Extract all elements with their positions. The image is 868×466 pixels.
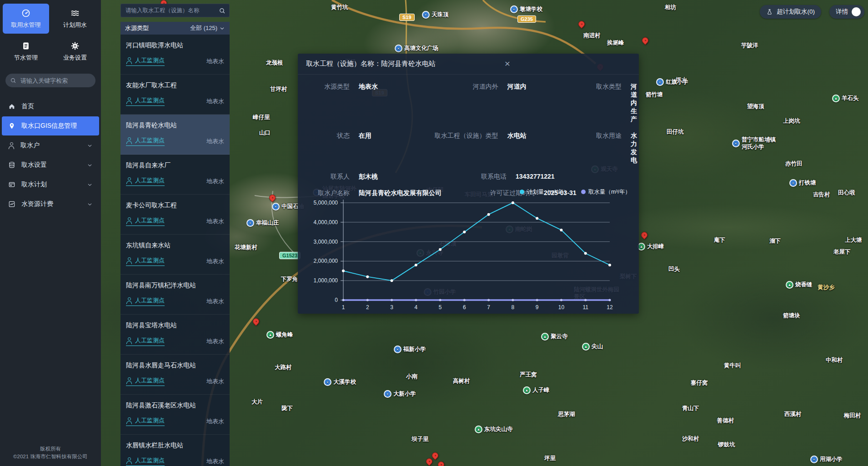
map-poi-place-icon[interactable]: ▪ bbox=[394, 346, 401, 353]
map-label: 甘坪村 bbox=[270, 85, 287, 93]
station-list-item[interactable]: 水唇镇水栏肚水电站 人工监测点 地表水 bbox=[120, 435, 230, 466]
map-poi-place-icon[interactable]: ▪ bbox=[656, 78, 664, 86]
station-search-input[interactable] bbox=[125, 7, 219, 14]
map-poi-nature-icon[interactable]: ▲ bbox=[582, 343, 590, 351]
field-value: 在用 bbox=[359, 132, 371, 140]
map-poi-nature-icon[interactable]: ▲ bbox=[832, 95, 840, 102]
map-poi-nature-icon[interactable]: ▲ bbox=[523, 386, 531, 394]
map-poi-place-icon[interactable]: ▪ bbox=[510, 5, 518, 13]
sidebar-item-home[interactable]: 首页 bbox=[2, 97, 99, 116]
station-monitor-link[interactable]: 人工监测点 bbox=[126, 456, 165, 466]
legend-item-plan[interactable]: 计划量（m³/年） bbox=[520, 188, 569, 196]
monitor-type-label: 人工监测点 bbox=[135, 96, 165, 105]
station-monitor-link[interactable]: 人工监测点 bbox=[126, 256, 165, 266]
station-monitor-link[interactable]: 人工监测点 bbox=[126, 56, 165, 66]
map-poi-place-icon[interactable]: ▪ bbox=[732, 140, 740, 147]
station-monitor-link[interactable]: 人工监测点 bbox=[126, 296, 165, 306]
map-pin-red[interactable] bbox=[640, 230, 649, 240]
map-poi-place-icon[interactable]: ▪ bbox=[324, 378, 331, 386]
station-monitor-link[interactable]: 人工监测点 bbox=[126, 376, 165, 386]
map-poi-place-icon[interactable]: ▪ bbox=[272, 203, 280, 210]
map-pin-red[interactable] bbox=[431, 451, 440, 460]
app-tile-business-settings[interactable]: 业务设置 bbox=[52, 36, 98, 66]
monitor-type-label: 人工监测点 bbox=[135, 136, 165, 145]
map-label: 高树村 bbox=[453, 377, 470, 385]
map-poi-nature-icon[interactable]: ▲ bbox=[786, 281, 793, 289]
station-list-item[interactable]: 陆河县自来水厂 人工监测点 地表水 bbox=[120, 155, 230, 195]
database-icon bbox=[8, 161, 15, 169]
svg-text:9: 9 bbox=[536, 304, 539, 311]
station-monitor-link[interactable]: 人工监测点 bbox=[126, 136, 165, 146]
map-label: G235 bbox=[517, 15, 536, 23]
sidebar-search-input[interactable] bbox=[20, 77, 101, 85]
map-poi-place-icon[interactable]: ▪ bbox=[422, 11, 430, 19]
map-pin-red[interactable] bbox=[268, 193, 277, 202]
map-label: 思茅湖 bbox=[558, 411, 575, 418]
field-label: 联系人 bbox=[300, 173, 350, 181]
station-list-item[interactable]: 河口镇唱歌潭水电站 人工监测点 地表水 bbox=[120, 35, 230, 75]
station-monitor-link[interactable]: 人工监测点 bbox=[126, 96, 165, 106]
map-label: 沙和村 bbox=[682, 435, 699, 443]
map-poi-nature-icon[interactable]: ▲ bbox=[266, 331, 274, 339]
station-monitor-link[interactable]: 人工监测点 bbox=[126, 416, 165, 426]
station-list-item[interactable]: 东坑镇自来水站 人工监测点 地表水 bbox=[120, 235, 230, 275]
station-list-item[interactable]: 陆河县南万镇杞洋水电站 人工监测点 地表水 bbox=[120, 275, 230, 315]
station-monitor-link[interactable]: 人工监测点 bbox=[126, 176, 165, 186]
station-source-type: 地表水 bbox=[206, 257, 224, 266]
legend-item-actual[interactable]: 取水量（m³/年） bbox=[581, 188, 631, 196]
station-list-item[interactable]: 麦卡公司取水工程 人工监测点 地表水 bbox=[120, 195, 230, 235]
map-poi-nature-icon[interactable]: ▲ bbox=[475, 426, 482, 433]
map-poi-place-icon[interactable]: ▪ bbox=[810, 456, 818, 463]
map-label: ▪高塘文化广场 bbox=[395, 45, 438, 52]
map-pin-red[interactable] bbox=[641, 36, 650, 45]
map-pin-red[interactable] bbox=[577, 20, 586, 29]
sidebar-item-gis-management[interactable]: 取水口GIS信息管理 bbox=[2, 116, 99, 135]
app-tile-water-saving[interactable]: 节水管理 bbox=[3, 36, 49, 66]
svg-text:0: 0 bbox=[335, 297, 338, 303]
chevron-down-icon bbox=[87, 162, 93, 168]
station-list-item[interactable]: 友能水厂取水工程 人工监测点 地表水 bbox=[120, 75, 230, 115]
map-poi-nature-icon[interactable]: ▲ bbox=[541, 333, 549, 341]
map-label: ▪福新小学 bbox=[394, 346, 426, 353]
search-icon[interactable] bbox=[10, 77, 16, 84]
svg-text:3,000,000: 3,000,000 bbox=[314, 239, 338, 245]
station-list-item[interactable]: 陆河县水唇走马石水电站 人工监测点 地表水 bbox=[120, 355, 230, 395]
map-pin-red[interactable] bbox=[437, 460, 446, 466]
map-pin-red[interactable] bbox=[251, 317, 261, 326]
map-label: 凹头 bbox=[668, 266, 680, 273]
sidebar-item-intake-plan[interactable]: 取水计划 bbox=[2, 175, 99, 194]
station-list-item[interactable]: 陆河县宝塔水电站 人工监测点 地表水 bbox=[120, 315, 230, 355]
station-monitor-link[interactable]: 人工监测点 bbox=[126, 336, 165, 346]
sidebar-item-water-users[interactable]: 取水户 bbox=[2, 136, 99, 155]
detail-toggle-pill[interactable]: 详情 bbox=[829, 5, 864, 19]
flask-icon bbox=[766, 9, 773, 15]
over-plan-alert-pill[interactable]: 超计划取水(0) bbox=[760, 5, 821, 19]
map-poi-place-icon[interactable]: ▪ bbox=[789, 179, 797, 187]
map-poi-place-icon[interactable]: ▪ bbox=[246, 219, 254, 227]
map-label: ▪用湖小学 bbox=[810, 456, 843, 463]
person-icon bbox=[126, 97, 132, 104]
detail-toggle-knob[interactable] bbox=[852, 7, 861, 16]
search-icon[interactable] bbox=[219, 7, 226, 14]
sidebar: 取用水管理 计划用水 节水管理 业务设置 首页 bbox=[0, 0, 101, 466]
nav-label: 取水设置 bbox=[21, 161, 47, 169]
chevron-down-icon bbox=[87, 201, 93, 207]
station-monitor-link[interactable]: 人工监测点 bbox=[126, 216, 165, 226]
home-icon bbox=[8, 103, 15, 110]
app-tile-planned-water[interactable]: 计划用水 bbox=[52, 4, 98, 34]
map-label: 溜下 bbox=[769, 237, 781, 245]
field-value: 河道内 bbox=[507, 83, 527, 91]
field-label: 取水工程（设施）类型 bbox=[414, 132, 498, 140]
svg-text:7: 7 bbox=[487, 304, 490, 311]
close-icon[interactable]: × bbox=[502, 58, 513, 70]
sidebar-item-water-billing[interactable]: 水资源计费 bbox=[2, 195, 99, 214]
sidebar-item-intake-settings[interactable]: 取水设置 bbox=[2, 155, 99, 175]
app-tile-water-intake[interactable]: 取用水管理 bbox=[3, 4, 49, 34]
station-list-item[interactable]: 陆河县青砼水电站 人工监测点 地表水 bbox=[120, 115, 230, 155]
map-poi-place-icon[interactable]: ▪ bbox=[384, 390, 391, 398]
map-label: 陇下 bbox=[281, 405, 293, 412]
filter-dropdown[interactable]: 全部 (125) bbox=[190, 24, 225, 32]
station-list-item[interactable]: 陆河县激石溪老区水电站 人工监测点 地表水 bbox=[120, 395, 230, 435]
map-poi-place-icon[interactable]: ▪ bbox=[395, 45, 402, 52]
map-pin-red[interactable] bbox=[425, 457, 434, 466]
